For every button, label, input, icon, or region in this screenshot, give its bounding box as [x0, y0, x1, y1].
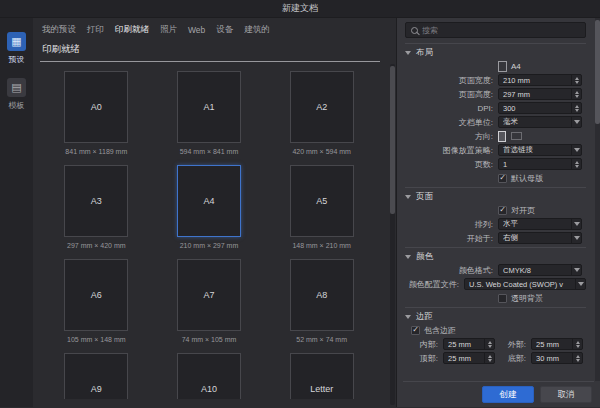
create-button[interactable]: 创建 — [482, 386, 534, 403]
paper-preview: A0 — [64, 71, 128, 143]
color-format-row: 颜色格式: CMYK/8 — [403, 263, 594, 277]
tab-print[interactable]: 打印 — [87, 24, 104, 36]
top-margin-input[interactable]: 25 mm — [443, 352, 495, 364]
bottom-margin-input[interactable]: 30 mm — [531, 352, 583, 364]
default-master-checkbox[interactable]: 默认母版 — [498, 173, 586, 184]
margins-row-top-bottom: 顶部: 25 mm 底部: 30 mm — [403, 351, 594, 365]
orientation-row: 方向: — [403, 129, 594, 143]
stepper-down-icon[interactable] — [576, 345, 580, 348]
stepper-up-icon[interactable] — [575, 91, 579, 94]
document-units-select[interactable]: 毫米 — [498, 116, 582, 128]
preset-dims: 594 mm × 841 mm — [180, 148, 239, 155]
preset-card-a1[interactable]: A1 594 mm × 841 mm — [153, 66, 266, 160]
image-placement-select[interactable]: 首选链接 — [498, 144, 582, 156]
stepper-down-icon[interactable] — [575, 165, 579, 168]
stepper-down-icon[interactable] — [575, 81, 579, 84]
page-width-input[interactable]: 210 mm — [498, 74, 582, 86]
preset-card-a7[interactable]: A7 74 mm × 105 mm — [153, 254, 266, 348]
tab-photo[interactable]: 照片 — [160, 24, 177, 36]
include-margins-checkbox[interactable]: 包含边距 — [403, 323, 594, 337]
color-profile-select[interactable]: U.S. Web Coated (SWOP) v — [464, 278, 586, 290]
cancel-button[interactable]: 取消 — [540, 386, 592, 403]
preset-card-letter[interactable]: Letter — [265, 348, 378, 399]
rail-item-presets[interactable]: ▦ 预设 — [7, 32, 26, 65]
paper-preview: A8 — [290, 259, 354, 331]
landscape-orientation-icon[interactable] — [511, 132, 522, 140]
presets-main-area: 我的预设 打印 印刷就绪 照片 Web 设备 建筑的 印刷就绪 A0 841 m… — [33, 18, 396, 407]
stepper-up-icon[interactable] — [488, 355, 492, 358]
dropdown-arrow-icon[interactable] — [571, 265, 581, 275]
page-height-input[interactable]: 297 mm — [498, 88, 582, 100]
stepper-up-icon[interactable] — [575, 105, 579, 108]
main-scrollbar[interactable] — [390, 64, 395, 405]
document-units-label: 文档单位: — [403, 117, 498, 128]
stepper-up-icon[interactable] — [575, 77, 579, 80]
tab-press-ready[interactable]: 印刷就绪 — [115, 24, 149, 36]
preset-card-a3[interactable]: A3 297 mm × 420 mm — [40, 160, 153, 254]
dpi-input[interactable]: 300 — [498, 102, 582, 114]
stepper-down-icon[interactable] — [576, 359, 580, 362]
stepper-up-icon[interactable] — [488, 341, 492, 344]
paper-preview: A4 — [177, 165, 241, 237]
facing-pages-checkbox[interactable]: 对开页 — [498, 205, 586, 216]
stepper-icon[interactable] — [571, 159, 581, 169]
search-box[interactable] — [405, 22, 586, 38]
portrait-orientation-icon[interactable] — [498, 131, 506, 142]
stepper-icon[interactable] — [571, 103, 581, 113]
tab-architectural[interactable]: 建筑的 — [244, 24, 270, 36]
tab-web[interactable]: Web — [188, 25, 205, 35]
stepper-icon[interactable] — [571, 75, 581, 85]
section-label-page: 页面 — [416, 191, 433, 203]
stepper-icon[interactable] — [484, 339, 494, 349]
section-header-layout[interactable]: 布局 — [403, 47, 594, 59]
preset-card-a9[interactable]: A9 — [40, 348, 153, 399]
preset-card-a10[interactable]: A10 — [153, 348, 266, 399]
dropdown-arrow-icon[interactable] — [571, 145, 581, 155]
dropdown-arrow-icon[interactable] — [575, 279, 585, 289]
transparent-bg-checkbox[interactable]: 透明背景 — [498, 293, 586, 304]
stepper-down-icon[interactable] — [488, 359, 492, 362]
main-scrollbar-thumb[interactable] — [390, 66, 395, 214]
start-on-select[interactable]: 右侧 — [498, 232, 582, 244]
dialog-titlebar: 新建文档 — [0, 0, 600, 18]
stepper-up-icon[interactable] — [575, 161, 579, 164]
panel-scrollbar-thumb[interactable] — [595, 20, 600, 124]
dropdown-arrow-icon[interactable] — [571, 219, 581, 229]
left-rail: ▦ 预设 ▤ 模板 — [0, 18, 33, 407]
include-margins-label: 包含边距 — [424, 325, 456, 336]
settings-panel: 布局 A4 页面宽度: 210 mm 页面高度: 297 mm — [396, 18, 600, 407]
stepper-up-icon[interactable] — [576, 355, 580, 358]
color-format-select[interactable]: CMYK/8 — [498, 264, 582, 276]
stepper-up-icon[interactable] — [576, 341, 580, 344]
stepper-icon[interactable] — [484, 353, 494, 363]
page-count-input[interactable]: 1 — [498, 158, 582, 170]
preset-card-a8[interactable]: A8 52 mm × 74 mm — [265, 254, 378, 348]
panel-scrollbar[interactable] — [595, 18, 600, 381]
section-header-page[interactable]: 页面 — [403, 191, 594, 203]
stepper-down-icon[interactable] — [575, 95, 579, 98]
stepper-down-icon[interactable] — [575, 109, 579, 112]
stepper-icon[interactable] — [571, 89, 581, 99]
tab-my-presets[interactable]: 我的预设 — [42, 24, 76, 36]
section-header-margins[interactable]: 边距 — [403, 311, 594, 323]
preset-card-a2[interactable]: A2 420 mm × 594 mm — [265, 66, 378, 160]
image-placement-row: 图像放置策略: 首选链接 — [403, 143, 594, 157]
section-header-color[interactable]: 颜色 — [403, 251, 594, 263]
dropdown-arrow-icon[interactable] — [571, 117, 581, 127]
preset-badge[interactable]: A4 — [498, 61, 586, 72]
arrange-select[interactable]: 水平 — [498, 218, 582, 230]
tab-devices[interactable]: 设备 — [216, 24, 233, 36]
stepper-down-icon[interactable] — [488, 345, 492, 348]
dropdown-arrow-icon[interactable] — [571, 233, 581, 243]
stepper-icon[interactable] — [572, 339, 582, 349]
preset-card-a6[interactable]: A6 105 mm × 148 mm — [40, 254, 153, 348]
page-icon — [498, 61, 507, 72]
outer-margin-input[interactable]: 25 mm — [531, 338, 583, 350]
preset-card-a4[interactable]: A4 210 mm × 297 mm — [153, 160, 266, 254]
preset-card-a5[interactable]: A5 148 mm × 210 mm — [265, 160, 378, 254]
preset-card-a0[interactable]: A0 841 mm × 1189 mm — [40, 66, 153, 160]
inner-margin-input[interactable]: 25 mm — [443, 338, 495, 350]
rail-item-templates[interactable]: ▤ 模板 — [7, 78, 26, 111]
search-input[interactable] — [422, 26, 580, 35]
stepper-icon[interactable] — [572, 353, 582, 363]
